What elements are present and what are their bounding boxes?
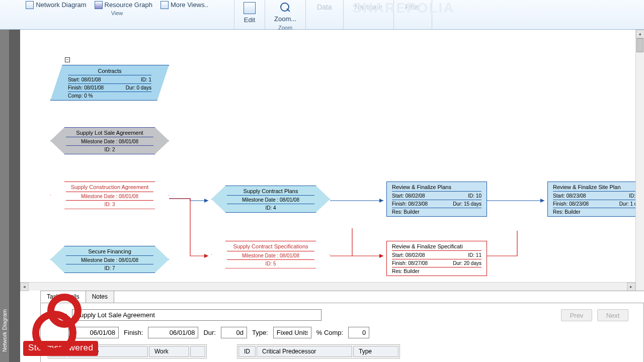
node-sca[interactable]: Supply Construction Agreement Milestone … — [50, 182, 169, 209]
nav-buttons: Prev Next — [561, 309, 628, 321]
node-title: Review & Finalize Site Plan — [553, 184, 642, 192]
group-label: View — [111, 10, 123, 16]
comp-input[interactable] — [348, 327, 369, 338]
edit-group: Edit — [234, 0, 265, 29]
label-type: Type: — [252, 329, 268, 336]
scroll-thumb[interactable] — [636, 38, 643, 52]
grids: IDResourceWork IDCritical PredecessorTyp… — [48, 344, 636, 358]
edit-icon — [244, 2, 256, 14]
resource-graph-button[interactable]: Resource Graph — [91, 1, 156, 9]
chart-icon — [95, 1, 103, 9]
node-sla[interactable]: Supply Lot Sale Agreement Milestone Date… — [50, 127, 169, 154]
label-dur: Dur: — [203, 329, 216, 336]
label: Resource Graph — [105, 1, 152, 9]
next-button[interactable]: Next — [597, 309, 628, 321]
node-rfsite[interactable]: Review & Finalize Site Plan Start: 08/23… — [547, 182, 644, 217]
node-title: Supply Construction Agreement — [66, 184, 153, 192]
svg-marker-1 — [204, 254, 208, 258]
scroll-left-button[interactable]: ◂ — [20, 283, 29, 291]
label: More Views.. — [171, 1, 208, 9]
svg-marker-2 — [379, 199, 383, 203]
data-group: Data — [306, 0, 344, 29]
ribbon: Network Diagram Resource Graph More View… — [0, 0, 644, 30]
node-title: Review & Finalize Plans — [392, 184, 481, 192]
label-finish: Finish: — [124, 329, 143, 336]
views-icon — [160, 1, 169, 9]
magnifier-icon — [280, 2, 291, 13]
watermark-logo: Steamspowered — [23, 292, 98, 356]
type-input[interactable] — [273, 327, 311, 338]
side-tab[interactable]: Network Diagram — [0, 30, 9, 362]
name-input[interactable] — [72, 309, 321, 321]
network-diagram-button[interactable]: Network Diagram — [22, 1, 90, 9]
finish-input[interactable] — [148, 327, 198, 338]
prev-button[interactable]: Prev — [561, 309, 592, 321]
node-title: Supply Lot Sale Agreement — [66, 130, 153, 137]
label: Edit — [244, 16, 255, 24]
collapse-toggle[interactable]: − — [65, 57, 70, 62]
task-form: Prev Next Name: Start: Finish: Dur: Type… — [40, 303, 644, 362]
more-views-button[interactable]: More Views.. — [156, 1, 212, 9]
diagram-icon — [26, 1, 34, 9]
dur-input[interactable] — [221, 327, 247, 338]
scroll-up-button[interactable]: ▴ — [636, 30, 644, 38]
svg-marker-3 — [379, 254, 383, 258]
svg-marker-0 — [204, 199, 208, 203]
node-scspec[interactable]: Supply Contract Specifications Milestone… — [211, 241, 330, 268]
node-title: Contracts — [68, 68, 151, 75]
node-scp[interactable]: Supply Contract Plans Milestone Date : 0… — [211, 186, 330, 213]
tabs: Task Details Notes — [40, 291, 644, 303]
node-rfplans[interactable]: Review & Finalize Plans Start: 08/02/08I… — [386, 182, 487, 217]
node-title: Supply Contract Plans — [227, 188, 314, 196]
predecessor-grid[interactable]: IDCritical PredecessorType — [237, 344, 400, 358]
node-rfspec[interactable]: Review & Finalize Specificati Start: 08/… — [386, 241, 487, 276]
label-comp: % Comp: — [316, 329, 343, 336]
canvas-wrap: − Contracts Start: 08/01/08ID: 1 Finish:… — [20, 30, 644, 362]
gutter — [9, 30, 20, 362]
node-contracts[interactable]: Contracts Start: 08/01/08ID: 1 Finish: 0… — [50, 65, 169, 101]
zoom-group: Zoom... Zoom — [265, 0, 306, 29]
edit-button[interactable]: Edit — [236, 1, 263, 25]
node-title: Review & Finalize Specificati — [392, 243, 481, 251]
watermark: SHAREPOLIA — [352, 0, 455, 16]
scroll-right-button[interactable]: ▸ — [627, 283, 635, 291]
task-details-pane: Task Details Notes Prev Next Name: Start… — [40, 291, 644, 362]
node-title: Secure Financing — [66, 248, 153, 256]
svg-marker-4 — [540, 199, 544, 203]
label: Zoom... — [274, 15, 296, 23]
horizontal-scrollbar[interactable]: ◂ ▸ — [20, 282, 635, 291]
data-button[interactable]: Data — [308, 1, 341, 13]
gear-icon — [23, 292, 78, 347]
node-title: Supply Contract Specifications — [227, 243, 314, 251]
label: Network Diagram — [36, 1, 86, 9]
zoom-button[interactable]: Zoom... — [267, 1, 303, 24]
view-group: Network Diagram Resource Graph More View… — [0, 0, 234, 29]
node-finance[interactable]: Secure Financing Milestone Date : 08/01/… — [50, 246, 169, 273]
